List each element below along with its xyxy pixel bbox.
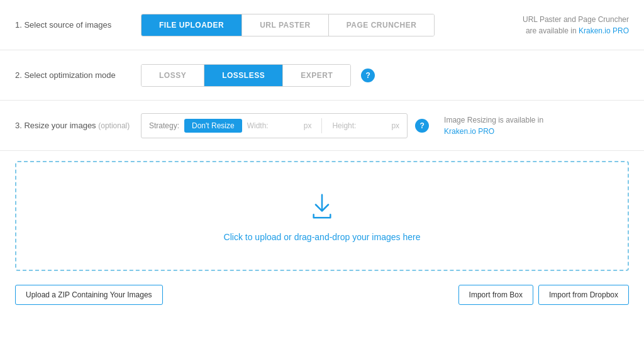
bottom-left-buttons: Upload a ZIP Containing Your Images bbox=[15, 285, 163, 305]
bottom-right-buttons: Import from Box Import from Dropbox bbox=[458, 285, 629, 305]
tab-expert[interactable]: EXPERT bbox=[283, 65, 350, 86]
tab-file-uploader[interactable]: FILE UPLOADER bbox=[142, 14, 242, 36]
strategy-button[interactable]: Don't Resize bbox=[184, 119, 242, 133]
import-box-button[interactable]: Import from Box bbox=[458, 285, 533, 305]
optimization-section: 2. Select optimization mode LOSSY LOSSLE… bbox=[0, 50, 644, 101]
resize-pro-link[interactable]: Kraken.io PRO bbox=[444, 127, 494, 136]
resize-section: 3. Resize your images (optional) Strateg… bbox=[0, 101, 644, 151]
resize-optional: (optional) bbox=[98, 121, 130, 130]
resize-controls: Strategy: Don't Resize Width: px Height:… bbox=[141, 113, 429, 138]
height-input[interactable] bbox=[361, 121, 386, 130]
optimization-group: LOSSY LOSSLESS EXPERT ? bbox=[141, 64, 375, 87]
mode-tab-group: LOSSY LOSSLESS EXPERT bbox=[141, 64, 351, 87]
optimization-label: 2. Select optimization mode bbox=[15, 70, 141, 80]
dropzone-section: Click to upload or drag-and-drop your im… bbox=[0, 151, 644, 279]
source-section: 1. Select source of images FILE UPLOADER… bbox=[0, 0, 644, 50]
optimization-help-icon[interactable]: ? bbox=[361, 69, 375, 82]
pro-notice-source: URL Paster and Page Cruncher are availab… bbox=[523, 14, 629, 36]
source-label: 1. Select source of images bbox=[15, 20, 141, 30]
dropzone[interactable]: Click to upload or drag-and-drop your im… bbox=[15, 161, 629, 271]
resize-separator bbox=[321, 118, 322, 133]
resize-help-icon[interactable]: ? bbox=[415, 119, 429, 133]
width-label: Width: bbox=[247, 121, 269, 130]
tab-lossless[interactable]: LOSSLESS bbox=[204, 65, 283, 86]
tab-lossy[interactable]: LOSSY bbox=[142, 65, 204, 86]
resize-box: Strategy: Don't Resize Width: px Height:… bbox=[141, 113, 408, 138]
resize-pro-notice: Image Resizing is available in Kraken.io… bbox=[444, 114, 543, 137]
upload-icon bbox=[306, 190, 338, 224]
resize-label: 3. Resize your images (optional) bbox=[15, 121, 141, 130]
resize-pro-text: Image Resizing is available in bbox=[444, 116, 543, 124]
main-container: 1. Select source of images FILE UPLOADER… bbox=[0, 0, 644, 311]
dropzone-text: Click to upload or drag-and-drop your im… bbox=[224, 232, 421, 242]
height-label: Height: bbox=[332, 121, 356, 130]
tab-page-cruncher[interactable]: PAGE CRUNCHER bbox=[329, 14, 435, 36]
resize-label-text: 3. Resize your images bbox=[15, 121, 96, 130]
pro-notice-line2: are available in bbox=[526, 26, 577, 35]
pro-notice-line1: URL Paster and Page Cruncher bbox=[523, 15, 629, 24]
bottom-bar: Upload a ZIP Containing Your Images Impo… bbox=[0, 279, 644, 311]
import-dropbox-button[interactable]: Import from Dropbox bbox=[538, 285, 629, 305]
upload-zip-button[interactable]: Upload a ZIP Containing Your Images bbox=[15, 285, 163, 305]
source-tab-group: FILE UPLOADER URL PASTER PAGE CRUNCHER bbox=[141, 14, 435, 36]
pro-link-source[interactable]: Kraken.io PRO bbox=[579, 26, 629, 35]
width-input[interactable] bbox=[274, 121, 299, 130]
height-unit: px bbox=[391, 121, 399, 130]
strategy-label-text: Strategy: bbox=[149, 121, 179, 130]
tab-url-paster[interactable]: URL PASTER bbox=[242, 14, 329, 36]
width-unit: px bbox=[304, 121, 312, 130]
